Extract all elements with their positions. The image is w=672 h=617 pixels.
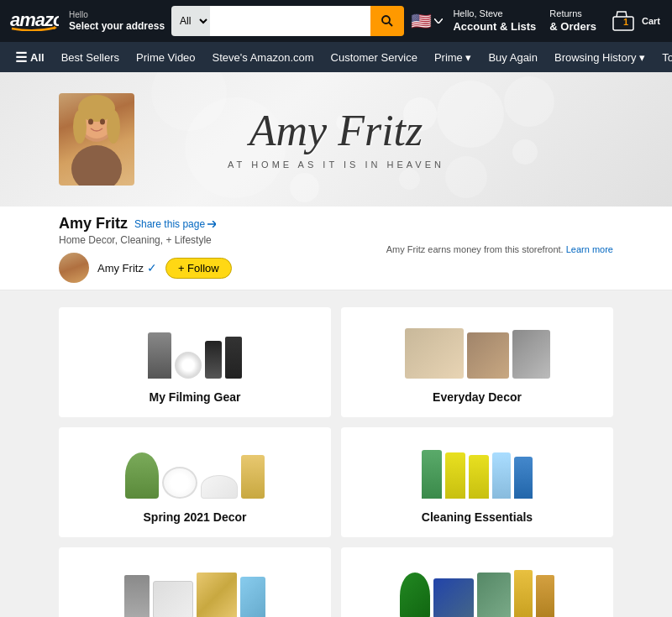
cart-label: Cart	[638, 15, 664, 27]
pantry-box-icon	[197, 573, 237, 617]
earns-disclosure: Amy Fritz earns money from this storefro…	[386, 244, 613, 254]
search-button[interactable]	[370, 6, 404, 36]
category-card-filming-gear[interactable]: My Filming Gear	[59, 307, 331, 417]
card-label-filming: My Filming Gear	[150, 390, 241, 404]
country-selector[interactable]: 🇺🇸	[411, 11, 443, 31]
cleaner-dark-blue-icon	[514, 457, 533, 499]
product-category-grid: My Filming Gear Everyday Decor Spring 20…	[59, 307, 613, 617]
spray-bottle-1-icon	[422, 450, 442, 499]
hamburger-icon: ☰	[15, 50, 27, 65]
banner-avatar	[59, 93, 134, 186]
storefront-banner: Amy Fritz AT HOME AS IT IS IN HEAVEN	[0, 72, 672, 207]
storefront-grid: My Filming Gear Everyday Decor Spring 20…	[0, 290, 672, 617]
xmas-candle1-icon	[514, 570, 533, 617]
svg-text:amazon: amazon	[10, 9, 59, 30]
ring-light-icon	[175, 352, 202, 379]
cleaner-yellow-2-icon	[469, 455, 489, 499]
category-card-christmas[interactable]: Christmas	[341, 547, 613, 617]
svg-point-10	[107, 110, 120, 144]
nav-bar: ☰ All Best Sellers Prime Video Steve's A…	[0, 42, 672, 72]
search-category-select[interactable]: All	[171, 6, 210, 36]
pillow-icon	[512, 330, 550, 379]
nav-all-button[interactable]: ☰ All	[8, 42, 51, 72]
avatar-image	[59, 93, 134, 186]
tripod-icon	[148, 332, 171, 379]
bin-icon	[153, 581, 193, 617]
profile-section: Amy Fritz Share this page Home Decor, Cl…	[0, 207, 672, 290]
svg-point-12	[100, 119, 105, 125]
svg-point-2	[382, 16, 390, 24]
container-icon	[240, 577, 265, 617]
xmas-pillow-icon	[433, 578, 474, 617]
bowl-icon	[201, 475, 238, 499]
card-images-pantry	[124, 564, 265, 617]
top-bar: amazon Hello Select your address All 🇺🇸 …	[0, 0, 672, 42]
nav-browsing-history[interactable]: Browsing History ▾	[548, 42, 652, 72]
card-label-cleaning: Cleaning Essentials	[422, 510, 533, 524]
vase-icon	[241, 455, 265, 499]
basket-icon	[467, 332, 509, 379]
xmas-candle2-icon	[536, 575, 554, 617]
xmas-blanket-icon	[477, 573, 511, 617]
profile-info: Amy Fritz Share this page Home Decor, Cl…	[59, 215, 232, 283]
category-card-cleaning[interactable]: Cleaning Essentials	[341, 427, 613, 537]
svg-point-11	[88, 119, 93, 125]
category-card-pantry[interactable]: PANTRY ORGANIZATION	[59, 547, 331, 617]
cart-nav[interactable]: 1 Cart	[606, 8, 664, 34]
nav-prime-video[interactable]: Prime Video	[129, 42, 202, 72]
category-card-spring-decor[interactable]: Spring 2021 Decor	[59, 427, 331, 537]
share-page-link[interactable]: Share this page	[134, 218, 216, 230]
banner-name: Amy Fritz	[228, 109, 444, 153]
flag-icon: 🇺🇸	[411, 11, 432, 31]
card-images-cleaning	[422, 444, 533, 499]
mic-stand-icon	[205, 341, 222, 379]
nav-best-sellers[interactable]: Best Sellers	[55, 42, 126, 72]
location-select[interactable]: Hello Select your address	[69, 9, 165, 34]
card-label-everyday-decor: Everyday Decor	[433, 390, 522, 404]
card-images-filming	[148, 324, 242, 379]
mic-icon	[225, 337, 242, 379]
spray-blue-icon	[492, 452, 511, 499]
nav-customer-service[interactable]: Customer Service	[324, 42, 424, 72]
cleaner-yellow-1-icon	[445, 452, 465, 499]
banner-tagline: AT HOME AS IT IS IN HEAVEN	[228, 159, 444, 170]
card-images-spring	[125, 444, 265, 499]
search-input[interactable]	[210, 6, 370, 36]
profile-name-row: Amy Fritz Share this page	[59, 215, 232, 233]
curtain-icon	[405, 328, 464, 379]
card-images-decor	[405, 324, 550, 379]
search-bar: All	[171, 6, 404, 36]
nav-buy-again[interactable]: Buy Again	[481, 42, 544, 72]
learn-more-link[interactable]: Learn more	[566, 244, 613, 254]
svg-point-9	[73, 110, 87, 144]
nav-todays-deals[interactable]: Today's Deals	[655, 42, 672, 72]
profile-name: Amy Fritz	[59, 215, 128, 233]
verified-badge-icon: ✓	[147, 261, 157, 275]
card-images-christmas	[400, 564, 554, 617]
category-card-everyday-decor[interactable]: Everyday Decor	[341, 307, 613, 417]
svg-text:1: 1	[623, 17, 628, 27]
svg-point-13	[71, 145, 122, 186]
xmas-tree-icon	[400, 573, 430, 617]
profile-handle: Amy Fritz ✓	[97, 261, 157, 275]
account-nav[interactable]: Hello, Steve Account & Lists	[449, 8, 539, 34]
profile-tags: Home Decor, Cleaning, + Lifestyle	[59, 234, 232, 246]
follow-button[interactable]: + Follow	[165, 258, 232, 279]
card-label-spring: Spring 2021 Decor	[144, 510, 247, 524]
rack-icon	[124, 575, 150, 617]
nav-prime[interactable]: Prime ▾	[428, 42, 479, 72]
banner-text-block: Amy Fritz AT HOME AS IT IS IN HEAVEN	[228, 109, 444, 170]
avatar-small	[59, 253, 89, 283]
profile-info-row: Amy Fritz ✓ + Follow	[59, 253, 232, 283]
returns-nav[interactable]: Returns & Orders	[546, 8, 600, 34]
flowers-icon	[162, 467, 197, 499]
tree-icon	[125, 452, 159, 499]
nav-steves-amazon[interactable]: Steve's Amazon.com	[206, 42, 321, 72]
svg-line-3	[389, 23, 392, 26]
amazon-logo[interactable]: amazon	[8, 8, 59, 35]
